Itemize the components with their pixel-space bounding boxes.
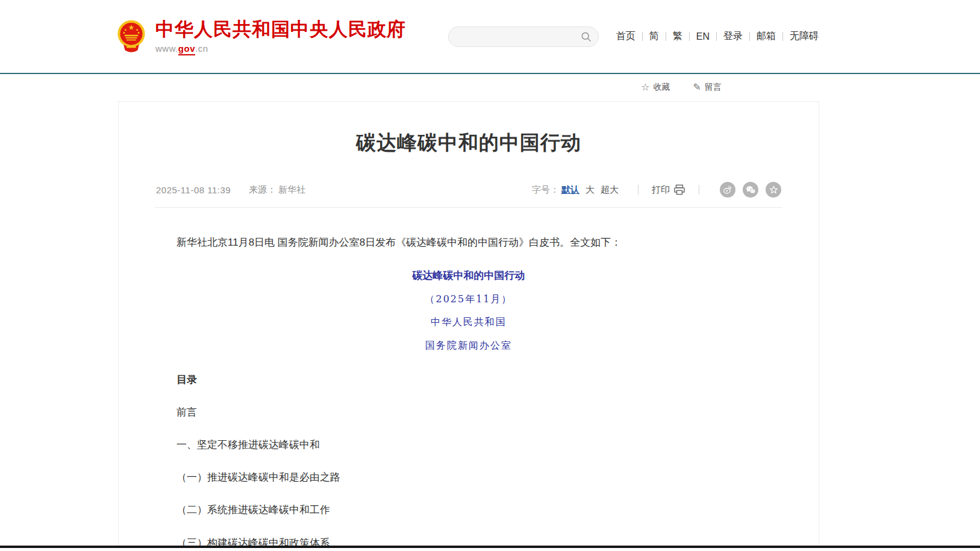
font-size-xlarge-button[interactable]: 超大 [601,184,619,196]
toc-item: 前言 [156,404,781,421]
wechat-icon [746,185,756,195]
printer-icon [673,184,685,195]
site-identity: 中华人民共和国中央人民政府 www.gov.cn [155,19,406,53]
share-weibo-button[interactable] [720,182,735,198]
font-size-default-button[interactable]: 默认 [561,184,579,196]
header-right: 首页 简 繁 EN 登录 邮箱 无障碍 [448,26,825,47]
document-org-line1: 中华人民共和国 [156,314,781,330]
nav-home[interactable]: 首页 [610,30,642,43]
search-icon[interactable] [580,31,592,43]
site-url-gov: gov [178,43,195,55]
toc-heading: 目录 [156,372,781,388]
meta-right: 字号： 默认 大 超大 打印 [532,182,781,198]
site-url-suffix: .cn [195,43,208,54]
site-url-prefix: www. [155,43,178,54]
message-button[interactable]: ✎ 留言 [693,81,722,93]
nav-traditional[interactable]: 繁 [666,30,689,43]
site-url: www.gov.cn [155,43,406,54]
search-input[interactable] [458,31,580,42]
article-body: 新华社北京11月8日电 国务院新闻办公室8日发布《碳达峰碳中和的中国行动》白皮书… [119,234,819,551]
document-title: 碳达峰碳中和的中国行动 [156,267,781,284]
publish-date: 2025-11-08 11:39 [156,185,231,195]
print-label: 打印 [652,184,670,196]
print-button[interactable]: 打印 [652,184,685,196]
site-logo[interactable]: 中华人民共和国中央人民政府 www.gov.cn [116,19,406,54]
article-card: 碳达峰碳中和的中国行动 2025-11-08 11:39 来源： 新华社 字号：… [118,101,819,551]
bottom-dark-bar [0,546,980,548]
share-more-button[interactable] [766,182,781,198]
star-badge-icon [769,185,778,195]
meta-separator [638,185,638,195]
font-size-label: 字号： [532,184,559,196]
pencil-icon: ✎ [693,81,701,93]
nav-login[interactable]: 登录 [717,30,749,43]
source-label: 来源： [249,184,276,196]
page-tools: ☆ 收藏 ✎ 留言 [118,81,819,93]
meta-divider [155,207,782,208]
nav-mail[interactable]: 邮箱 [750,30,782,43]
intro-paragraph: 新华社北京11月8日电 国务院新闻办公室8日发布《碳达峰碳中和的中国行动》白皮书… [156,234,781,251]
meta-separator [699,185,699,195]
meta-left: 2025-11-08 11:39 来源： 新华社 [156,184,305,196]
star-outline-icon: ☆ [641,81,649,93]
page-title: 碳达峰碳中和的中国行动 [119,129,819,157]
national-emblem-icon [116,19,147,54]
document-org-line2: 国务院新闻办公室 [156,338,781,353]
nav-simplified[interactable]: 简 [643,30,666,43]
favorite-label: 收藏 [654,82,670,93]
favorite-button[interactable]: ☆ 收藏 [641,81,670,93]
nav-accessibility[interactable]: 无障碍 [783,30,825,43]
article-meta: 2025-11-08 11:39 来源： 新华社 字号： 默认 大 超大 打印 [119,182,819,198]
header-divider [0,73,980,74]
weibo-icon [723,185,732,195]
site-header: 中华人民共和国中央人民政府 www.gov.cn 首页 简 繁 EN 登录 邮箱… [0,0,980,73]
share-icons [713,182,781,198]
font-size-large-button[interactable]: 大 [585,184,595,196]
site-title: 中华人民共和国中央人民政府 [155,19,406,40]
toc-item: （二）系统推进碳达峰碳中和工作 [156,502,781,518]
source-value[interactable]: 新华社 [278,184,305,196]
nav-english[interactable]: EN [690,31,716,42]
bottom-cover [0,548,980,551]
top-nav: 首页 简 繁 EN 登录 邮箱 无障碍 [610,30,825,43]
message-label: 留言 [705,82,722,93]
toc-item: （一）推进碳达峰碳中和是必由之路 [156,469,781,486]
document-date: （2025年11月） [156,291,781,307]
toc-item: 一、坚定不移推进碳达峰碳中和 [156,437,781,453]
search-box[interactable] [448,26,599,47]
share-wechat-button[interactable] [743,182,758,198]
